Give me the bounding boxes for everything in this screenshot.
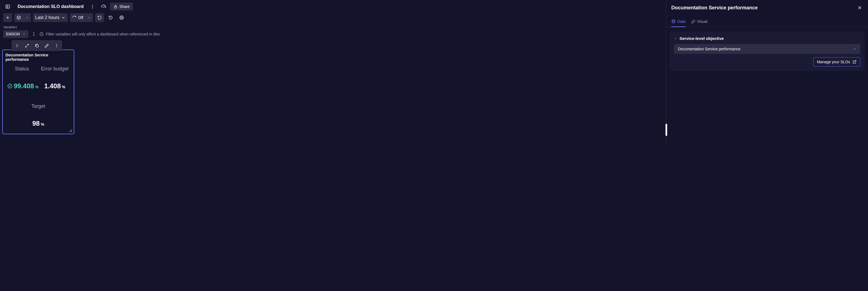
resize-handle-icon (68, 128, 73, 133)
manage-slos-label: Manage your SLOs (817, 60, 850, 64)
pencil-icon (44, 43, 49, 48)
history-button[interactable] (106, 13, 115, 22)
variable-label: Variable1 (3, 25, 663, 29)
svg-point-20 (16, 46, 17, 47)
info-icon (39, 32, 44, 36)
brush-icon (691, 19, 695, 24)
auto-refresh-label: Off (78, 15, 83, 20)
tile-more-button[interactable] (52, 41, 61, 50)
tile-action-toolbar (11, 40, 62, 51)
refresh-now-button[interactable] (95, 13, 104, 22)
tile-type-dropdown[interactable] (14, 13, 31, 22)
check-circle-icon (7, 83, 13, 89)
chevron-down-icon (25, 16, 29, 19)
tile-duplicate-button[interactable] (32, 41, 41, 50)
lock-icon (113, 4, 118, 9)
copy-icon (35, 43, 39, 48)
gear-icon (119, 15, 124, 20)
manage-slos-button[interactable]: Manage your SLOs (813, 57, 860, 67)
svg-point-12 (33, 35, 34, 36)
sync-button[interactable] (99, 2, 108, 11)
manage-slo-row: Manage your SLOs (673, 54, 861, 67)
slo-section-header[interactable]: Service-level objective (673, 35, 861, 44)
expand-icon (25, 43, 29, 48)
svg-point-16 (16, 44, 17, 45)
variable-value: ERROR (6, 32, 20, 36)
tile-title: Documentation Service performance (5, 53, 71, 62)
svg-point-28 (8, 84, 12, 88)
tile-expand-button[interactable] (23, 41, 31, 50)
top-header: Documentation SLO dashboard Share (0, 0, 666, 13)
svg-line-23 (26, 46, 27, 47)
tab-visual[interactable]: Visual (691, 17, 708, 27)
filter-hint-text: Filter variables will only affect a dash… (46, 32, 160, 36)
svg-point-3 (92, 6, 93, 7)
tab-visual-label: Visual (697, 19, 708, 24)
svg-point-10 (33, 32, 34, 33)
svg-point-19 (17, 45, 18, 46)
panel-resize-handle[interactable] (665, 124, 667, 136)
svg-point-2 (92, 5, 93, 5)
timerange-label: Last 2 hours (35, 15, 59, 20)
svg-point-17 (17, 44, 18, 45)
panel-left-icon (5, 4, 10, 9)
tile-edit-button[interactable] (42, 41, 51, 50)
svg-point-11 (33, 34, 34, 35)
share-button[interactable]: Share (110, 3, 133, 10)
close-panel-button[interactable] (857, 4, 863, 11)
chevron-down-icon (61, 15, 65, 20)
svg-line-30 (71, 131, 72, 132)
auto-refresh-control[interactable]: Off (70, 13, 93, 22)
dashboard-title: Documentation SLO dashboard (18, 4, 84, 9)
close-icon (857, 5, 863, 10)
config-panel-header: Documentation Service performance (666, 0, 868, 17)
svg-point-18 (16, 45, 17, 46)
tile-resize-handle[interactable] (68, 128, 73, 133)
slo-section-title: Service-level objective (680, 36, 724, 41)
variable-value-dropdown[interactable]: ERROR (3, 30, 28, 38)
dashboard-toolbar: Last 2 hours Off (0, 13, 666, 24)
dashboard-canvas: Documentation Service performance Status… (0, 40, 666, 145)
slo-select-dropdown[interactable]: Documentation Service performance (674, 44, 860, 54)
tile-config-panel: Documentation Service performance Data V… (666, 0, 868, 145)
target-label: Target (5, 94, 71, 120)
settings-button[interactable] (117, 13, 126, 22)
cloud-sync-icon (101, 4, 106, 9)
tab-data[interactable]: Data (671, 17, 686, 27)
svg-point-25 (56, 44, 57, 44)
grip-icon (15, 43, 19, 48)
tile-metrics-grid: Status Error budget 99.408% 1.408% Targe… (5, 64, 71, 131)
svg-line-29 (69, 129, 72, 132)
chevron-down-icon (22, 32, 26, 36)
svg-point-21 (17, 46, 18, 47)
variable-controls: ERROR Filter variables will only affect … (3, 30, 663, 38)
svg-point-33 (672, 20, 675, 21)
dots-vertical-icon (90, 4, 95, 9)
dashboard-menu-button[interactable] (88, 2, 97, 11)
error-budget-value: 1.408% (38, 82, 71, 94)
timerange-picker[interactable]: Last 2 hours (33, 13, 68, 22)
variable-menu-button[interactable] (31, 31, 37, 37)
chevron-down-icon (88, 16, 91, 19)
external-link-icon (852, 60, 857, 64)
cube-icon (17, 15, 21, 20)
add-tile-button[interactable] (3, 13, 12, 22)
status-label: Status (5, 64, 38, 82)
chevron-down-icon (853, 47, 857, 51)
refresh-cycle-icon (72, 15, 76, 20)
share-label: Share (119, 4, 130, 9)
svg-line-22 (27, 44, 29, 46)
tile-drag-handle[interactable] (13, 41, 22, 50)
svg-point-27 (56, 46, 57, 47)
collapse-panel-button[interactable] (3, 2, 12, 11)
variables-row: Variable1 ERROR Filter variables will on… (0, 24, 666, 40)
slo-tile[interactable]: Documentation Service performance Status… (2, 50, 74, 134)
dots-vertical-icon (55, 43, 59, 48)
config-panel-title: Documentation Service performance (671, 5, 758, 11)
chevron-down-icon (674, 37, 677, 40)
history-icon (108, 15, 113, 20)
slo-section: Service-level objective Documentation Se… (670, 32, 865, 71)
dashboard-main-panel: Documentation SLO dashboard Share (0, 0, 666, 145)
tab-data-label: Data (677, 19, 686, 24)
svg-rect-5 (115, 6, 117, 8)
